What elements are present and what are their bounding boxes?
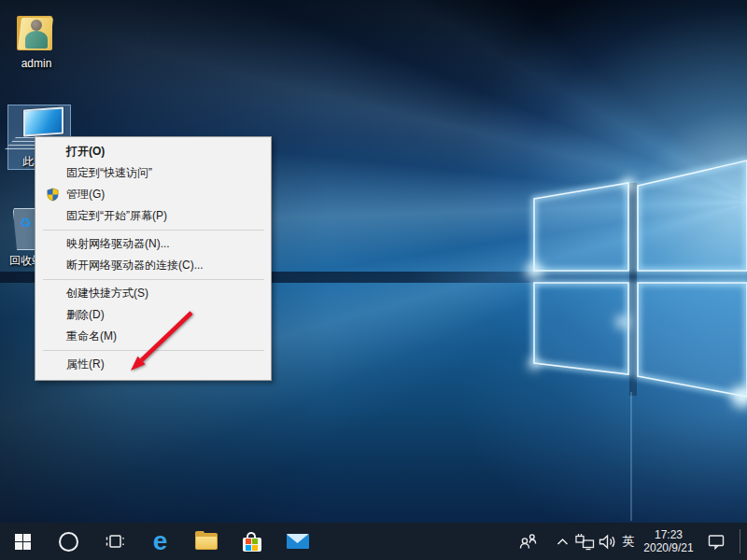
mail-button[interactable] [275, 523, 320, 560]
taskbar: e [0, 523, 747, 560]
clock-time: 17:23 [643, 528, 693, 541]
admin-person-icon [31, 20, 42, 31]
edge-icon: e [153, 528, 168, 554]
network-button[interactable] [573, 523, 596, 560]
show-desktop-button[interactable] [740, 523, 747, 560]
chevron-up-icon [557, 538, 569, 546]
menu-item-map-network-drive[interactable]: 映射网络驱动器(N)... [35, 233, 271, 255]
start-button[interactable] [0, 523, 46, 560]
menu-item-manage-label: 管理(G) [66, 188, 105, 201]
menu-item-properties[interactable]: 属性(R) [35, 354, 271, 375]
ime-indicator[interactable]: 英 [618, 523, 639, 560]
file-explorer-button[interactable] [183, 523, 229, 560]
people-icon [518, 532, 539, 551]
menu-separator [43, 350, 264, 351]
menu-item-delete[interactable]: 删除(D) [35, 304, 271, 326]
show-hidden-icons-button[interactable] [551, 523, 573, 560]
menu-item-rename[interactable]: 重命名(M) [35, 326, 271, 347]
taskbar-left: e [0, 523, 320, 560]
speaker-icon [598, 533, 617, 551]
menu-item-pin-start[interactable]: 固定到“开始”屏幕(P) [35, 205, 271, 227]
file-explorer-icon [195, 533, 218, 550]
menu-separator [43, 279, 264, 280]
windows-logo-icon [15, 534, 31, 550]
menu-item-pin-quick-access[interactable]: 固定到“快速访问” [35, 162, 271, 184]
edge-button[interactable]: e [137, 523, 183, 560]
admin-person-body [25, 31, 48, 49]
menu-item-disconnect-network-drive[interactable]: 断开网络驱动器的连接(C)... [35, 255, 271, 276]
action-center-icon [707, 533, 726, 551]
volume-button[interactable] [596, 523, 618, 560]
network-icon [574, 533, 595, 551]
store-button[interactable] [229, 523, 275, 560]
task-view-button[interactable] [92, 523, 137, 560]
admin-label: admin [3, 57, 70, 70]
people-button[interactable] [517, 523, 540, 560]
context-menu: 打开(O) 固定到“快速访问” 管理(G) 固定到“开始”屏幕(P) 映射网络驱… [35, 136, 272, 381]
this-pc-monitor-icon [23, 106, 63, 136]
menu-item-manage[interactable]: 管理(G) [35, 184, 271, 205]
system-tray: 英 17:23 2020/9/21 [517, 523, 747, 560]
clock-date: 2020/9/21 [643, 541, 693, 554]
menu-item-create-shortcut[interactable]: 创建快捷方式(S) [35, 283, 271, 304]
action-center-button[interactable] [698, 523, 734, 560]
menu-separator [43, 230, 264, 231]
mail-icon [287, 534, 309, 549]
store-icon [243, 538, 261, 552]
clock[interactable]: 17:23 2020/9/21 [639, 523, 698, 560]
cortana-circle-icon [59, 532, 78, 552]
uac-shield-icon [46, 188, 60, 202]
task-view-icon [105, 532, 125, 551]
cortana-button[interactable] [46, 523, 92, 560]
windows-desktop: admin 此电脑 ♻ 回收站 打开(O) 固定到“快速访问” 管理(G) 固定… [0, 0, 747, 560]
menu-item-open[interactable]: 打开(O) [35, 141, 271, 162]
